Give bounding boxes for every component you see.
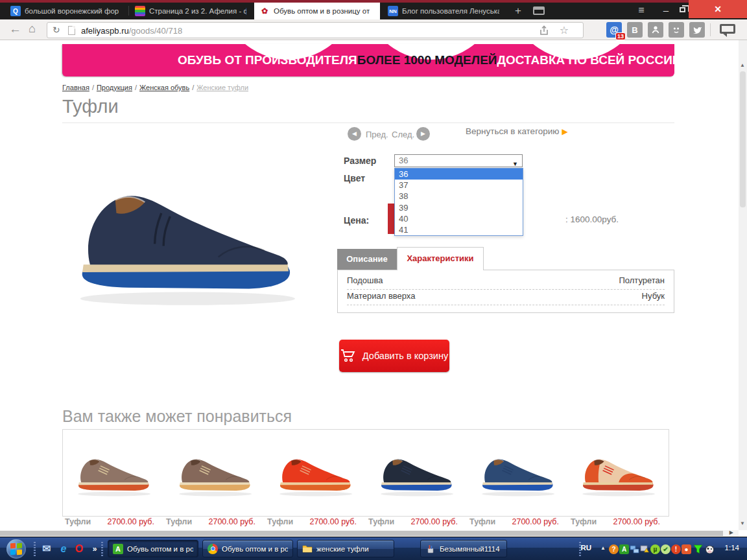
chat-bubble-icon[interactable]: [720, 24, 735, 34]
browser-tab-2[interactable]: Страница 2 из 2. Афелия - ф: [130, 3, 252, 19]
product-price: 2700.00 руб.: [512, 517, 560, 526]
chrome-icon: [208, 544, 218, 554]
next-label[interactable]: След.: [392, 130, 414, 139]
tab-title: Страница 2 из 2. Афелия - ф: [149, 7, 246, 15]
tray-funnel-icon[interactable]: [693, 544, 703, 554]
close-button[interactable]: ✕: [689, 0, 747, 18]
ok-extension-icon[interactable]: [648, 22, 663, 38]
tab-description[interactable]: Описание: [337, 249, 397, 270]
specs-panel: Подошва Полтуретан Материал вверха Нубук: [337, 270, 674, 313]
taskbar-window-1[interactable]: A Обувь оптом и в ро...: [108, 540, 198, 557]
horizontal-scroll-thumb[interactable]: [0, 531, 723, 536]
smiley-icon: [672, 25, 681, 34]
product-name-link[interactable]: Туфли: [267, 517, 293, 526]
tray-antivirus-icon[interactable]: A: [619, 544, 629, 554]
back-icon[interactable]: ←: [9, 22, 21, 36]
smiley-extension-icon[interactable]: [669, 22, 684, 38]
product-name-link[interactable]: Туфли: [65, 517, 91, 526]
tray-expand-icon[interactable]: ▲: [600, 545, 606, 551]
address-bar[interactable]: ↻ afeliyaspb.ru/goods/40/718 ☆: [47, 22, 584, 38]
back-to-category-link[interactable]: Вернуться в категорию▶: [466, 126, 568, 136]
tray-warning-icon[interactable]: [640, 544, 650, 554]
tray-network-icon[interactable]: [630, 544, 639, 554]
size-option[interactable]: 39: [395, 202, 523, 213]
browser-tab-active[interactable]: ✿ Обувь оптом и в розницу от: [254, 3, 380, 19]
tray-cow-icon[interactable]: [705, 544, 715, 554]
breadcrumb-women-shoes[interactable]: Женская обувь: [139, 84, 189, 91]
twitter-bird-icon: [693, 26, 702, 34]
tray-record-icon[interactable]: ●: [682, 544, 691, 554]
internet-explorer-icon[interactable]: e: [57, 542, 70, 555]
promo-banner[interactable]: ОБУВЬ ОТ ПРОИЗВОДИТЕЛЯ БОЛЕЕ 1000 МОДЕЛЕ…: [62, 44, 674, 76]
search-favicon: Q: [10, 6, 21, 16]
menu-icon[interactable]: ≡: [630, 3, 652, 18]
tab-title: большой воронежский фор: [25, 7, 119, 15]
taskbar-window-2[interactable]: Обувь оптом и в ро...: [202, 540, 293, 557]
share-icon[interactable]: [539, 25, 549, 36]
tray-alert-icon[interactable]: !: [671, 544, 681, 554]
browser-tab-1[interactable]: Q большой воронежский фор: [5, 3, 127, 19]
recommended-product[interactable]: [467, 430, 568, 516]
add-to-cart-button[interactable]: Добавить в корзину: [339, 340, 449, 372]
recommended-product[interactable]: [164, 430, 265, 516]
scroll-down-icon[interactable]: ▼: [740, 520, 745, 526]
recommended-product[interactable]: [567, 430, 669, 516]
recommended-product[interactable]: [366, 430, 467, 516]
prev-arrow-icon[interactable]: ◀: [348, 127, 361, 141]
url-text[interactable]: afeliyaspb.ru/goods/40/718: [81, 26, 182, 36]
cart-icon: [340, 349, 356, 363]
language-indicator[interactable]: RU: [580, 544, 591, 552]
size-option[interactable]: 41: [395, 224, 523, 235]
scroll-right-icon[interactable]: ▶: [729, 530, 733, 535]
product-price: 2700.00 руб.: [310, 517, 357, 526]
mail-extension-icon[interactable]: @13: [606, 22, 622, 38]
taskbar-window-3[interactable]: женские туфли: [297, 540, 394, 557]
opera-icon[interactable]: O: [73, 542, 86, 555]
prev-label[interactable]: Пред.: [366, 130, 388, 139]
recommended-product[interactable]: [63, 430, 164, 516]
vertical-scrollbar[interactable]: ▲ ▼: [739, 40, 747, 530]
restore-icon: [680, 7, 685, 12]
tray-question-icon[interactable]: ?: [609, 544, 619, 554]
home-icon[interactable]: ⌂: [29, 22, 36, 36]
tab-characteristics[interactable]: Характеристики: [397, 247, 484, 270]
browser-tab-4[interactable]: NN Блог пользователя Ленуська: [383, 3, 504, 19]
breadcrumb-current[interactable]: Женские туфли: [196, 84, 248, 91]
breadcrumb-home[interactable]: Главная: [62, 84, 89, 91]
reload-icon[interactable]: ↻: [53, 25, 60, 35]
scroll-up-icon[interactable]: ▲: [740, 62, 745, 68]
size-option[interactable]: 36: [395, 169, 523, 180]
banner-item-1: ОБУВЬ ОТ ПРОИЗВОДИТЕЛЯ: [178, 53, 357, 67]
size-option[interactable]: 38: [395, 191, 523, 202]
taskbar-clock[interactable]: 1:14: [725, 544, 739, 552]
next-arrow-icon[interactable]: ▶: [416, 127, 430, 141]
utorrent-icon[interactable]: µ: [650, 544, 660, 554]
taskbar-window-4[interactable]: Безымянный1114 - ...: [420, 540, 507, 557]
forum-favicon: [135, 6, 145, 16]
bookmark-star-icon[interactable]: ☆: [560, 24, 569, 36]
size-select[interactable]: 36 ▼: [394, 154, 523, 167]
start-button[interactable]: [6, 539, 26, 559]
vk-extension-icon[interactable]: B: [627, 22, 643, 38]
size-dropdown-list: 36 37 38 39 40 41: [394, 168, 523, 236]
size-option[interactable]: 37: [395, 180, 523, 191]
breadcrumb-products[interactable]: Продукция: [97, 84, 132, 91]
vertical-scroll-thumb[interactable]: [740, 71, 746, 207]
more-chevron-icon[interactable]: »: [88, 542, 101, 555]
product-thumbnail: [577, 447, 659, 499]
new-tab-button[interactable]: +: [510, 4, 527, 18]
spec-name: Материал вверха: [347, 290, 415, 305]
product-name-link[interactable]: Туфли: [571, 517, 597, 526]
product-thumbnail: [174, 447, 255, 499]
mail-launcher-icon[interactable]: ✉: [40, 542, 53, 555]
tray-check-icon[interactable]: ✔: [661, 544, 670, 554]
product-name-link[interactable]: Туфли: [469, 517, 495, 526]
product-name-link[interactable]: Туфли: [368, 517, 394, 526]
recommended-product[interactable]: [265, 430, 366, 516]
tab-groups-icon[interactable]: [533, 6, 545, 15]
product-name-link[interactable]: Туфли: [166, 517, 192, 526]
twitter-extension-icon[interactable]: [689, 22, 705, 38]
horizontal-scrollbar[interactable]: ▶: [0, 530, 739, 537]
size-option[interactable]: 40: [395, 213, 523, 224]
taskbar-grip: [34, 542, 36, 556]
